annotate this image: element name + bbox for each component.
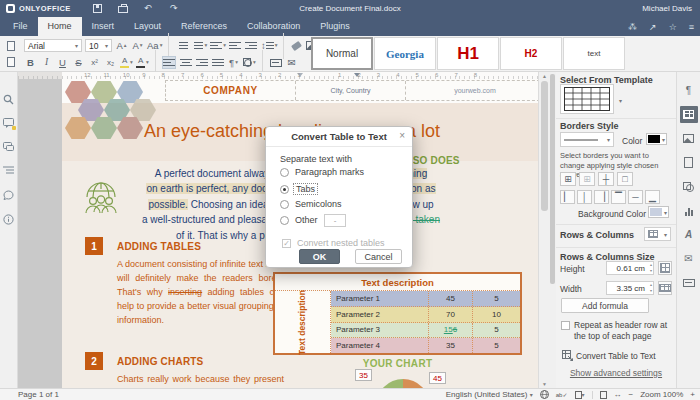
- align-justify-icon[interactable]: [211, 56, 224, 69]
- dialog-close-icon[interactable]: ×: [399, 130, 405, 141]
- checkbox-checked-icon[interactable]: ✓: [282, 239, 291, 248]
- style-gallery-item[interactable]: H2: [500, 37, 562, 70]
- style-gallery-item[interactable]: H1: [437, 37, 499, 70]
- panel-scrollbar[interactable]: [549, 72, 556, 388]
- height-input[interactable]: 0.61 cm▴▾: [606, 261, 654, 275]
- repeat-header-checkbox[interactable]: [561, 321, 570, 330]
- textart-settings-icon[interactable]: A: [680, 226, 698, 243]
- style-gallery-item[interactable]: Normal: [311, 37, 373, 70]
- table-row[interactable]: Parameter 2 70 10: [331, 307, 520, 323]
- template-dropdown-icon[interactable]: ▾: [619, 97, 622, 104]
- border-preset-button[interactable]: ⊞: [579, 172, 595, 186]
- align-right-icon[interactable]: [195, 56, 208, 69]
- decrease-indent-icon[interactable]: [229, 39, 242, 52]
- ribbon-tab[interactable]: Home: [38, 17, 82, 36]
- comments-icon[interactable]: [3, 118, 14, 129]
- page-indicator[interactable]: Page 1 of 1: [18, 390, 59, 399]
- form-settings-icon[interactable]: [680, 274, 698, 291]
- bold-icon[interactable]: B: [24, 56, 37, 69]
- radio-other[interactable]: Other: [280, 215, 318, 225]
- zoom-level[interactable]: Zoom 100%: [640, 390, 683, 399]
- style-gallery-item[interactable]: text: [563, 37, 625, 70]
- superscript-icon[interactable]: x²: [88, 56, 101, 69]
- ribbon-tab[interactable]: Insert: [82, 17, 125, 36]
- align-center-icon[interactable]: [179, 56, 192, 69]
- style-gallery-item[interactable]: Georgia: [374, 37, 436, 70]
- open-file-location-icon[interactable]: ↗: [649, 22, 657, 32]
- decrement-font-icon[interactable]: A▾: [131, 39, 144, 52]
- header-footer-settings-icon[interactable]: [680, 154, 698, 171]
- subscript-icon[interactable]: x₂: [104, 56, 117, 69]
- border-preset-button[interactable]: ─: [628, 190, 643, 204]
- about-icon[interactable]: [3, 214, 14, 225]
- table-row[interactable]: Parameter 1 45 5: [331, 291, 520, 307]
- table-side-cell[interactable]: Text description: [275, 291, 331, 353]
- border-preset-button[interactable]: │: [577, 190, 592, 204]
- table-template-preview[interactable]: [560, 84, 614, 114]
- shape-settings-icon[interactable]: [680, 178, 698, 195]
- radio-tabs[interactable]: Tabs: [280, 183, 318, 195]
- feedback-icon[interactable]: [3, 190, 14, 201]
- ribbon-tab[interactable]: File: [3, 17, 38, 36]
- table-row[interactable]: Parameter 4 35 5: [331, 338, 520, 353]
- ok-button[interactable]: OK: [299, 249, 340, 264]
- radio-circle[interactable]: [280, 200, 289, 209]
- language-selector[interactable]: English (United States) ▾: [446, 390, 533, 399]
- bullet-list-icon[interactable]: [175, 39, 188, 52]
- italic-icon[interactable]: I: [40, 56, 53, 69]
- multilevel-list-icon[interactable]: ▾: [210, 39, 226, 52]
- favorite-star-icon[interactable]: ☆: [669, 22, 677, 32]
- border-color-picker[interactable]: ▾: [646, 133, 667, 145]
- font-color-icon[interactable]: A▾: [136, 56, 149, 69]
- ribbon-tab[interactable]: Collaboration: [237, 17, 310, 36]
- background-color-picker[interactable]: ▾: [648, 206, 669, 218]
- horizontal-ruler[interactable]: 12111098765432112345678: [18, 72, 548, 79]
- spellcheck-icon[interactable]: ab✓: [556, 391, 568, 398]
- copy-icon[interactable]: [7, 57, 15, 67]
- ribbon-tab[interactable]: Layout: [124, 17, 171, 36]
- border-preset-button[interactable]: ▏: [560, 190, 575, 204]
- ribbon-tab[interactable]: Plugins: [310, 17, 360, 36]
- align-left-icon[interactable]: [162, 56, 176, 69]
- website-placeholder[interactable]: yourweb.com: [406, 81, 538, 100]
- zoom-out-icon[interactable]: −: [629, 390, 634, 399]
- table-row[interactable]: Parameter 3 156 5: [331, 323, 520, 339]
- border-preset-button[interactable]: ▕: [594, 190, 609, 204]
- border-preset-button[interactable]: ⊞: [560, 172, 576, 186]
- track-changes-icon[interactable]: ▾: [575, 391, 585, 399]
- convert-table-link[interactable]: Convert Table to Text: [576, 351, 656, 361]
- document-scrollbar[interactable]: ▲ ▼: [538, 72, 549, 388]
- paste-icon[interactable]: [7, 41, 15, 51]
- rows-columns-dropdown[interactable]: ▾: [644, 227, 671, 241]
- radio-circle-selected[interactable]: [280, 185, 289, 194]
- add-user-icon[interactable]: ⁂: [628, 22, 637, 32]
- border-preset-button[interactable]: ▁: [645, 190, 660, 204]
- border-preset-button[interactable]: □: [617, 172, 633, 186]
- distribute-columns-icon[interactable]: [658, 281, 672, 295]
- hamburger-menu-icon[interactable]: ≡: [689, 22, 694, 32]
- cancel-button[interactable]: Cancel: [355, 249, 402, 264]
- document-table[interactable]: Text description Text description Parame…: [273, 272, 522, 355]
- font-name-select[interactable]: Arial▾: [24, 39, 82, 52]
- radio-paragraph-marks[interactable]: Paragraph marks: [280, 167, 364, 177]
- scrollbar-thumb[interactable]: [541, 81, 548, 211]
- increase-indent-icon[interactable]: [245, 39, 258, 52]
- clear-style-icon[interactable]: [290, 39, 303, 52]
- increment-font-icon[interactable]: A▴: [115, 39, 128, 52]
- font-size-select[interactable]: 10▾: [85, 39, 112, 52]
- radio-semicolons[interactable]: Semicolons: [280, 199, 342, 209]
- chat-icon[interactable]: [3, 142, 14, 153]
- numbered-list-icon[interactable]: ▾: [191, 39, 207, 52]
- fit-page-icon[interactable]: [600, 391, 607, 399]
- nonprinting-characters-icon[interactable]: ¶▾: [227, 56, 240, 69]
- border-preset-button[interactable]: ▔: [611, 190, 626, 204]
- border-preset-button[interactable]: ┼: [598, 172, 614, 186]
- mail-merge-settings-icon[interactable]: ✉: [680, 250, 698, 267]
- strikethrough-icon[interactable]: S: [72, 56, 85, 69]
- width-input[interactable]: 3.35 cm▴▾: [606, 281, 654, 295]
- add-formula-button[interactable]: Add formula: [561, 298, 649, 313]
- location-placeholder[interactable]: City, Country: [296, 81, 406, 100]
- radio-circle[interactable]: [280, 168, 289, 177]
- paragraph-shading-icon[interactable]: ▾: [243, 56, 256, 69]
- table-header-cell[interactable]: Text description: [275, 274, 520, 291]
